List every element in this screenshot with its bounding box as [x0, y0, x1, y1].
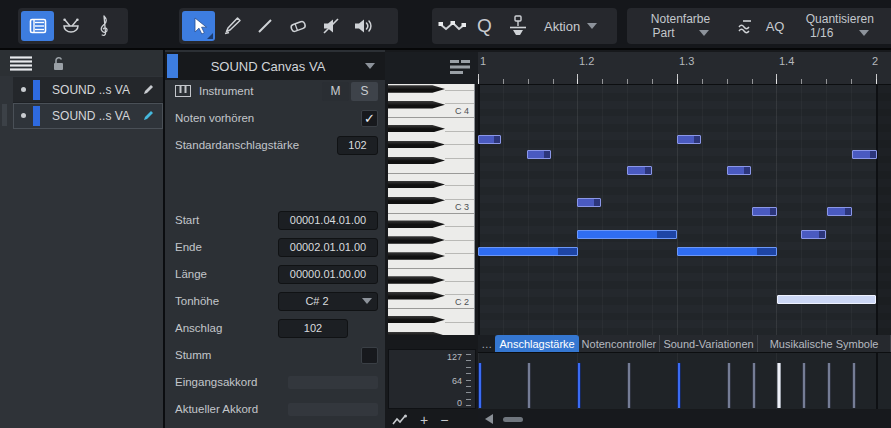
velocity-bar[interactable]	[577, 363, 581, 408]
field-value-input[interactable]: 00000.01.00.00	[278, 265, 378, 284]
mute-button[interactable]: M	[322, 82, 349, 101]
note-resize-handle[interactable]	[757, 248, 776, 255]
midi-note[interactable]	[752, 207, 777, 216]
midi-note[interactable]	[801, 230, 826, 239]
scrollbar-thumb[interactable]	[503, 417, 523, 422]
track-menu-icon[interactable]	[10, 56, 32, 71]
black-key[interactable]	[388, 101, 445, 109]
lanes-icon[interactable]	[448, 59, 472, 75]
note-resize-handle[interactable]	[657, 231, 676, 238]
track-drag-handle[interactable]	[2, 104, 7, 126]
note-resize-handle[interactable]	[845, 208, 851, 215]
mute-tool-button[interactable]	[314, 11, 347, 41]
line-tool-button[interactable]	[248, 11, 281, 41]
zoom-q-button[interactable]: Q	[468, 11, 501, 41]
note-preview-checkbox[interactable]: ✓	[361, 110, 378, 127]
note-resize-handle[interactable]	[494, 136, 500, 143]
black-key[interactable]	[388, 197, 445, 205]
solo-button[interactable]: S	[351, 82, 378, 101]
velocity-lane[interactable]	[478, 352, 891, 409]
midi-note-selected[interactable]	[777, 295, 876, 304]
black-key[interactable]	[388, 220, 445, 228]
eraser-tool-button[interactable]	[281, 11, 314, 41]
midi-note[interactable]	[627, 166, 652, 175]
arrow-tool-button[interactable]	[182, 11, 215, 41]
note-resize-handle[interactable]	[558, 248, 577, 255]
note-resize-handle[interactable]	[744, 167, 750, 174]
timeline-ruler[interactable]: 11.21.31.42	[478, 52, 891, 84]
piano-roll-view-button[interactable]	[21, 11, 54, 41]
velocity-curve-icon[interactable]	[392, 414, 408, 426]
macro-curve-button[interactable]	[435, 11, 468, 41]
edit-pencil-icon[interactable]	[142, 83, 155, 96]
humanize-button[interactable]	[731, 11, 759, 41]
midi-note[interactable]	[577, 198, 601, 207]
midi-note[interactable]	[478, 247, 578, 256]
black-key[interactable]	[388, 292, 445, 300]
note-resize-handle[interactable]	[819, 231, 825, 238]
velocity-bar[interactable]	[677, 363, 681, 408]
note-color-select[interactable]: Notenfarbe Part	[630, 12, 731, 40]
track-row[interactable]: SOUND ..s VA	[13, 77, 163, 103]
velocity-bar[interactable]	[752, 363, 756, 408]
tab-velocity[interactable]: Anschlagstärke	[495, 335, 579, 352]
note-resize-handle[interactable]	[544, 151, 550, 158]
midi-note[interactable]	[677, 135, 701, 144]
paint-tool-button[interactable]	[215, 11, 248, 41]
mute-note-checkbox[interactable]	[361, 347, 378, 364]
field-value-input[interactable]: 00002.01.01.00	[278, 238, 378, 257]
velocity-increase-button[interactable]: +	[420, 413, 428, 427]
midi-note[interactable]	[478, 135, 501, 144]
tab-musical-symbols[interactable]: Musikalische Symbole	[758, 335, 891, 352]
field-value-input[interactable]: 00001.04.01.00	[278, 211, 378, 230]
inspector-header[interactable]: SOUND Canvas VA	[165, 52, 385, 80]
lock-icon[interactable]	[52, 56, 64, 71]
note-resize-handle[interactable]	[645, 167, 651, 174]
scroll-left-icon[interactable]	[485, 414, 493, 424]
listen-tool-button[interactable]	[347, 11, 380, 41]
score-view-button[interactable]	[87, 11, 120, 41]
note-resize-handle[interactable]	[870, 151, 876, 158]
velocity-bar[interactable]	[777, 363, 781, 408]
horizontal-scrollbar[interactable]	[478, 410, 891, 428]
black-key[interactable]	[388, 332, 445, 335]
note-resize-handle[interactable]	[694, 136, 700, 143]
black-key[interactable]	[388, 125, 445, 133]
auto-quantize-button[interactable]: AQ	[759, 11, 792, 41]
velocity-decrease-button[interactable]: −	[440, 413, 448, 427]
black-key[interactable]	[388, 236, 445, 244]
note-grid[interactable]	[478, 84, 891, 335]
edit-pencil-icon[interactable]	[142, 109, 155, 122]
velocity-bar[interactable]	[727, 363, 731, 408]
velocity-bar[interactable]	[527, 363, 531, 408]
velocity-bar[interactable]	[852, 363, 856, 408]
midi-note[interactable]	[677, 247, 777, 256]
black-key[interactable]	[388, 276, 445, 284]
black-key[interactable]	[388, 181, 445, 189]
velocity-bar[interactable]	[478, 363, 482, 408]
default-velocity-input[interactable]: 102	[337, 136, 378, 155]
quantize-select[interactable]: Quantisieren 1/16	[792, 12, 888, 40]
velocity-bar[interactable]	[802, 363, 806, 408]
black-key[interactable]	[388, 141, 445, 149]
pitch-dropdown[interactable]: C# 2	[278, 292, 378, 311]
black-key[interactable]	[388, 85, 445, 93]
midi-note[interactable]	[727, 166, 751, 175]
tab-sound-variations[interactable]: Sound-Variationen	[660, 335, 758, 352]
field-value-input[interactable]: 102	[278, 319, 348, 338]
black-key[interactable]	[388, 157, 445, 165]
track-row[interactable]: SOUND ..s VA	[13, 103, 163, 129]
more-tabs-button[interactable]: …	[478, 335, 495, 352]
midi-note[interactable]	[852, 150, 877, 159]
tab-note-controller[interactable]: Notencontroller	[579, 335, 660, 352]
black-key[interactable]	[388, 252, 445, 260]
midi-note[interactable]	[827, 207, 852, 216]
transform-button[interactable]	[501, 11, 534, 41]
midi-note[interactable]	[527, 150, 551, 159]
action-menu[interactable]: Aktion	[544, 19, 597, 34]
velocity-bar[interactable]	[627, 363, 631, 408]
note-resize-handle[interactable]	[594, 199, 600, 206]
velocity-bar[interactable]	[827, 363, 831, 408]
black-key[interactable]	[388, 316, 445, 324]
note-resize-handle[interactable]	[770, 208, 776, 215]
